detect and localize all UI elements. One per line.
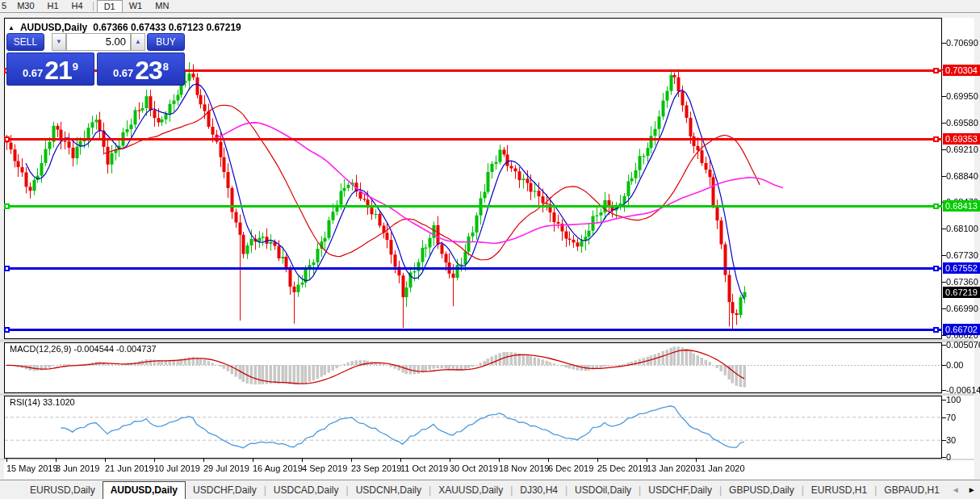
chart-tab-gbpaud-h1[interactable]: GBPAUD,H1 [877,482,946,499]
sell-button[interactable]: SELL [6,33,44,51]
indicator-scale-label: 0 [946,452,951,462]
buy-price-prefix: 0.67 [113,65,133,82]
volume-input[interactable]: 5.00 [66,33,131,51]
date-tick-label: 30 Oct 2019 [450,463,498,473]
date-tick-label: 29 Jul 2019 [203,463,249,473]
tab-scroll-left-icon[interactable]: ◄ [952,485,960,494]
window-right-edge [974,18,980,479]
chart-tab-usdchf-daily[interactable]: USDCHF,Daily [641,482,719,499]
buy-price-pip: 8 [163,53,169,81]
collapse-quote-icon[interactable]: ▲ [8,24,15,31]
chart-tab-usdoil-daily[interactable]: USDOil,Daily [567,482,639,499]
date-tick-label: 31 Jan 2020 [696,463,745,473]
volume-decrease-button[interactable]: ▼ [52,33,66,51]
chart-tab-usdcnh-daily[interactable]: USDCNH,Daily [349,482,429,499]
indicator-scale-label: 0.005076 [946,340,980,350]
volume-increase-button[interactable]: ▲ [131,33,145,51]
chart-tab-usdcad-daily[interactable]: USDCAD,Daily [266,482,346,499]
indicator-scale-label: 0.00 [946,360,963,370]
chart-tab-eurusd-h1[interactable]: EURUSD,H1 [804,482,874,499]
macd-values: -0.004544 -0.004737 [73,344,156,354]
date-tick-label: 15 May 2019 [6,463,58,473]
chart-tab-bar: EURUSD,DailyAUDUSD,DailyUSDCHF,Daily|USD… [0,480,980,499]
hline-price-flag: 0.67552 [943,262,980,274]
hline-price-flag: 0.66702 [943,324,980,335]
rsi-label: RSI(14) 33.1020 [10,397,75,407]
buy-quote-box[interactable]: 0.67 23 8 [97,52,185,86]
chart-tab-audusd-daily[interactable]: AUDUSD,Daily [103,481,186,499]
rsi-value: 33.1020 [43,397,75,407]
chart-symbol-label: AUDUSD,Daily [20,22,87,33]
price-tick-label: 0.67730 [946,250,978,260]
one-click-trade-panel: SELL ▼ 5.00 ▲ BUY 0.67 21 9 0.67 23 8 [6,33,185,86]
price-tick-label: 0.68840 [946,171,978,181]
date-tick-label: 10 Jul 2019 [154,463,200,473]
chart-tab-usdchf-daily[interactable]: USDCHF,Daily [186,482,264,499]
price-tick-label: 0.68100 [946,224,978,233]
chart-ohlc-values: 0.67366 0.67433 0.67123 0.67219 [93,22,241,33]
hline-price-flag: 0.70304 [943,65,980,76]
date-tick-label: 6 Dec 2019 [548,463,593,473]
chart-title: ▲ AUDUSD,Daily 0.67366 0.67433 0.67123 0… [8,22,241,33]
current-price-flag: 0.67219 [943,287,980,298]
price-tick-label: 0.67360 [946,277,978,287]
indicator-scale-label: 100 [946,395,961,405]
date-tick-label: 23 Sep 2019 [351,463,401,473]
price-tick-label: 0.69950 [946,91,978,101]
sell-price-main: 21 [44,58,72,82]
chart-tab-eurusd-daily[interactable]: EURUSD,Daily [23,482,103,499]
hline-price-flag: 0.68413 [943,200,980,212]
price-tick-label: 0.69580 [946,118,978,128]
price-tick-label: 0.70690 [946,38,978,48]
buy-button[interactable]: BUY [147,33,185,51]
date-tick-label: 21 Jun 2019 [105,463,154,473]
tab-scroll-right-icon[interactable]: ► [968,485,976,494]
date-tick-label: 13 Jan 2020 [647,463,696,473]
date-tick-label: 3 Jun 2019 [56,463,99,473]
date-tick-label: 16 Aug 2019 [253,463,303,473]
macd-label: MACD(12,26,9) -0.004544 -0.004737 [10,344,157,354]
hline-price-flag: 0.69353 [943,133,980,145]
indicator-scale-label: 70 [946,413,956,422]
chart-tab-dj30-h4[interactable]: DJ30,H4 [513,482,565,499]
indicator-scale-label: -0.006148 [946,385,980,395]
chart-tab-xauusd-daily[interactable]: XAUUSD,Daily [431,482,510,499]
indicator-scale-label: 30 [946,435,956,445]
sell-price-pip: 9 [73,53,78,81]
sell-price-prefix: 0.67 [23,65,43,82]
buy-price-main: 23 [135,58,162,82]
sell-quote-box[interactable]: 0.67 21 9 [6,52,94,86]
mt4-window: 5M30H1H4D1W1MN ▲ AUDUSD,Daily 0.67366 0.… [0,0,980,499]
date-tick-label: 11 Oct 2019 [400,463,448,473]
date-tick-label: 25 Dec 2019 [597,463,647,473]
price-tick-label: 0.66990 [946,304,978,313]
date-tick-label: 18 Nov 2019 [499,463,549,473]
chart-tab-gbpusd-daily[interactable]: GBPUSD,Daily [722,482,802,499]
price-tick-label: 0.69210 [946,145,978,154]
date-tick-label: 4 Sep 2019 [302,463,347,473]
